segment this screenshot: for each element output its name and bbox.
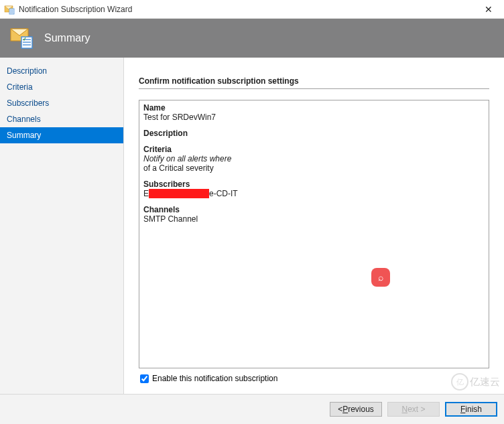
magnifier-decor-icon: ⌕ xyxy=(371,268,390,287)
enable-subscription-label: Enable this notification subscription xyxy=(152,374,277,383)
summary-subscribers-block: Subscribers E e-CD-IT xyxy=(143,180,485,198)
sidebar-item-description[interactable]: Description xyxy=(0,63,123,79)
summary-criteria-label: Criteria xyxy=(143,145,485,154)
finish-button[interactable]: Finish xyxy=(445,402,497,417)
btn-hotkey: F xyxy=(460,405,465,414)
summary-subscriber-value: E e-CD-IT xyxy=(143,189,485,198)
summary-box[interactable]: Name Test for SRDevWin7 Description Crit… xyxy=(139,100,489,368)
summary-subscribers-label: Subscribers xyxy=(143,180,485,189)
sidebar-item-summary[interactable]: Summary xyxy=(0,127,123,143)
summary-name-label: Name xyxy=(143,103,485,113)
enable-subscription-row: Enable this notification subscription xyxy=(139,368,489,390)
summary-criteria-line2: of a Critical severity xyxy=(143,163,485,173)
summary-criteria-block: Criteria Notify on all alerts where of a… xyxy=(143,145,485,173)
summary-channels-block: Channels SMTP Channel xyxy=(143,205,485,224)
sidebar-item-subscribers[interactable]: Subscribers xyxy=(0,95,123,111)
search-icon: ⌕ xyxy=(378,272,383,283)
btn-hotkey: N xyxy=(401,405,407,414)
redacted-bar xyxy=(149,189,209,198)
content-heading: Confirm notification subscription settin… xyxy=(139,76,489,89)
btn-text-pre: < xyxy=(338,405,342,414)
close-icon: ✕ xyxy=(485,4,493,15)
btn-text-post: ext > xyxy=(407,405,425,414)
wizard-header-icon xyxy=(9,27,34,49)
btn-text-post: revious xyxy=(348,405,374,414)
summary-name-block: Name Test for SRDevWin7 xyxy=(143,103,485,122)
summary-description-label: Description xyxy=(143,129,485,138)
subscriber-suffix: e-CD-IT xyxy=(209,189,238,198)
subscriber-prefix: E xyxy=(143,189,149,198)
summary-channels-value: SMTP Channel xyxy=(143,214,485,224)
summary-name-value: Test for SRDevWin7 xyxy=(143,113,485,122)
wizard-header: Summary xyxy=(0,19,504,58)
previous-button[interactable]: < Previous xyxy=(330,402,382,417)
sidebar-item-label: Subscribers xyxy=(7,98,49,108)
sidebar-item-label: Description xyxy=(7,66,47,76)
close-button[interactable]: ✕ xyxy=(475,1,503,17)
sidebar-item-channels[interactable]: Channels xyxy=(0,111,123,127)
summary-criteria-line1: Notify on all alerts where xyxy=(143,154,485,163)
next-button: Next > xyxy=(387,402,440,417)
sidebar-item-label: Summary xyxy=(7,131,41,140)
wizard-sidebar: Description Criteria Subscribers Channel… xyxy=(0,58,124,394)
summary-description-block: Description xyxy=(143,129,485,138)
enable-subscription-checkbox[interactable] xyxy=(140,374,149,383)
wizard-header-title: Summary xyxy=(44,32,90,44)
wizard-body: Description Criteria Subscribers Channel… xyxy=(0,58,504,394)
sidebar-item-label: Channels xyxy=(7,115,41,124)
sidebar-item-label: Criteria xyxy=(7,82,33,92)
window-title: Notification Subscription Wizard xyxy=(19,5,475,14)
btn-hotkey: P xyxy=(342,405,348,414)
sidebar-item-criteria[interactable]: Criteria xyxy=(0,79,123,95)
title-bar: Notification Subscription Wizard ✕ xyxy=(0,0,504,19)
app-icon xyxy=(4,4,15,15)
btn-text-post: inish xyxy=(465,405,482,414)
summary-channels-label: Channels xyxy=(143,205,485,214)
wizard-footer: < Previous Next > Finish xyxy=(0,394,504,424)
wizard-content: Confirm notification subscription settin… xyxy=(124,58,504,394)
